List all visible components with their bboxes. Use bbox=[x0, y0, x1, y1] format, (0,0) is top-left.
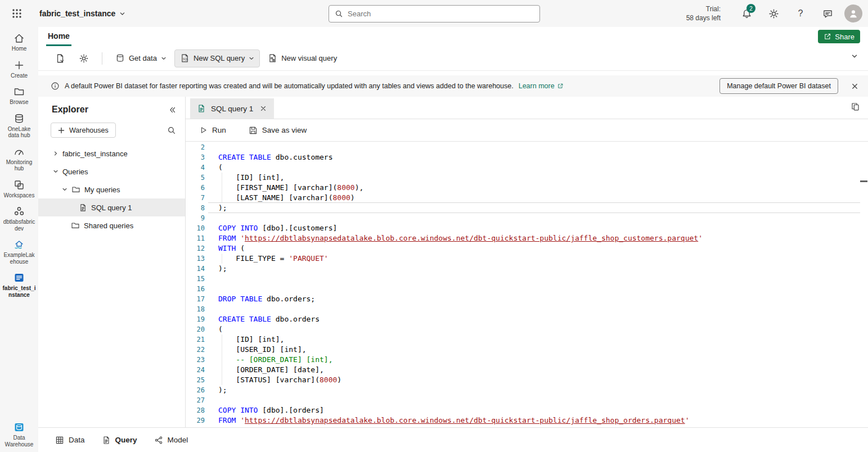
workspaces-icon bbox=[14, 179, 25, 191]
learn-more-label: Learn more bbox=[519, 82, 555, 90]
banner-message: A default Power BI dataset for faster re… bbox=[65, 82, 514, 90]
warehouses-button[interactable]: Warehouses bbox=[51, 123, 116, 138]
nav-workspace-dbtlabsfabricdev[interactable]: dbtlabsfabricdev bbox=[0, 206, 38, 232]
code-line[interactable]: 24 [ORDER_DATE] [date], bbox=[186, 365, 860, 375]
tab-model[interactable]: Model bbox=[154, 436, 188, 445]
nav-home[interactable]: Home bbox=[0, 33, 38, 52]
nav-onelake-data-hub[interactable]: OneLake data hub bbox=[0, 113, 38, 139]
trial-status[interactable]: Trial: 58 days left bbox=[686, 4, 721, 22]
copy-button[interactable] bbox=[851, 102, 860, 111]
code-line[interactable]: 17DROP TABLE dbo.orders; bbox=[186, 294, 860, 304]
share-button[interactable]: Share bbox=[818, 30, 860, 43]
code-line[interactable]: 12WITH ( bbox=[186, 243, 860, 254]
ribbon-collapse-button[interactable] bbox=[851, 53, 858, 60]
code-line[interactable]: 29FROM 'https://dbtlabsynapsedatalake.bl… bbox=[186, 415, 860, 426]
editor-tab-sql-query-1[interactable]: SQL query 1 bbox=[190, 98, 274, 119]
code-line[interactable]: 18 bbox=[186, 304, 860, 314]
query-editor: SQL query 1 Run Save as view 23CREATE TA… bbox=[186, 97, 868, 427]
feedback-button[interactable] bbox=[814, 0, 841, 27]
plus-icon bbox=[58, 127, 65, 134]
explorer-search-button[interactable] bbox=[167, 126, 176, 135]
app-launcher-button[interactable] bbox=[3, 0, 30, 27]
line-number: 27 bbox=[186, 395, 205, 405]
get-data-button[interactable]: Get data bbox=[110, 49, 172, 67]
grid-icon bbox=[55, 436, 64, 445]
code-line[interactable]: 2 bbox=[186, 142, 860, 152]
external-link-icon bbox=[557, 83, 564, 89]
code-line[interactable]: 20( bbox=[186, 324, 860, 335]
code-line[interactable]: 13 FILE_TYPE = 'PARQUET' bbox=[186, 254, 860, 264]
code-line[interactable]: 22 [USER_ID] [int], bbox=[186, 345, 860, 355]
sql-file-button[interactable] bbox=[50, 49, 71, 67]
code-line[interactable]: 19CREATE TABLE dbo.orders bbox=[186, 314, 860, 324]
data-warehouse-icon bbox=[14, 422, 25, 433]
search-input[interactable] bbox=[348, 10, 534, 18]
code-line[interactable]: 28COPY INTO [dbo].[orders] bbox=[186, 405, 860, 415]
nav-workspaces[interactable]: Workspaces bbox=[0, 179, 38, 199]
new-sql-query-button[interactable]: SQL New SQL query bbox=[174, 49, 260, 67]
code-line[interactable]: 9 bbox=[186, 213, 860, 223]
code-line[interactable]: 5 [ID] [int], bbox=[186, 173, 860, 183]
waffle-icon bbox=[12, 8, 22, 19]
code-line[interactable]: 6 [FIRST_NAME] [varchar](8000), bbox=[186, 183, 860, 193]
code-line[interactable]: 7 [LAST_NAME] [varchar](8000) bbox=[186, 193, 860, 203]
run-button[interactable]: Run bbox=[195, 124, 231, 137]
line-number: 23 bbox=[186, 355, 205, 365]
close-tab-button[interactable] bbox=[258, 103, 268, 114]
code-lines[interactable]: 23CREATE TABLE dbo.customers4(5 [ID] [in… bbox=[186, 142, 860, 427]
code-line[interactable]: 14); bbox=[186, 264, 860, 274]
nav-browse[interactable]: Browse bbox=[0, 86, 38, 106]
indent-guide bbox=[222, 173, 222, 183]
code-text: ); bbox=[205, 203, 227, 213]
query-settings-button[interactable] bbox=[73, 49, 95, 67]
tree-item-my-queries[interactable]: My queries bbox=[38, 180, 185, 198]
code-text: [ID] [int], bbox=[205, 335, 284, 345]
get-data-label: Get data bbox=[129, 54, 157, 62]
ribbon-tab-row: Home Share bbox=[38, 27, 868, 46]
learn-more-link[interactable]: Learn more bbox=[519, 82, 564, 90]
code-line[interactable]: 15 bbox=[186, 274, 860, 284]
chevron-down-icon bbox=[62, 187, 68, 192]
code-line[interactable]: 25 [STATUS] [varchar](8000) bbox=[186, 375, 860, 385]
tab-data[interactable]: Data bbox=[55, 436, 85, 445]
collapse-panel-button[interactable] bbox=[169, 106, 176, 114]
settings-button[interactable] bbox=[760, 0, 787, 27]
tree-item-sql-query-1[interactable]: SQL query 1 bbox=[38, 198, 185, 216]
code-line[interactable]: 11FROM 'https://dbtlabsynapsedatalake.bl… bbox=[186, 233, 860, 243]
help-button[interactable]: ? bbox=[787, 0, 814, 27]
tab-home[interactable]: Home bbox=[46, 27, 71, 46]
banner-close-button[interactable] bbox=[843, 75, 866, 97]
tree-item-queries[interactable]: Queries bbox=[38, 162, 185, 180]
nav-label: Workspaces bbox=[4, 192, 35, 199]
code-line[interactable]: 16 bbox=[186, 284, 860, 294]
workspace-switcher[interactable]: fabric_test_instance bbox=[39, 9, 125, 18]
avatar[interactable] bbox=[844, 4, 862, 22]
nav-data-warehouse[interactable]: Data Warehouse bbox=[0, 422, 38, 448]
notifications-button[interactable]: 2 bbox=[733, 0, 760, 27]
tree-item-warehouse[interactable]: fabric_test_instance bbox=[38, 144, 185, 162]
code-line[interactable]: 21 [ID] [int], bbox=[186, 335, 860, 345]
line-number: 17 bbox=[186, 294, 205, 304]
code-line[interactable]: 27 bbox=[186, 395, 860, 405]
nav-item-examplelakehouse[interactable]: ExampleLakehouse bbox=[0, 239, 38, 265]
folder-icon bbox=[71, 221, 80, 230]
save-as-view-button[interactable]: Save as view bbox=[244, 124, 312, 137]
tree-item-shared-queries[interactable]: Shared queries bbox=[38, 216, 185, 234]
plus-icon bbox=[14, 60, 25, 71]
code-line[interactable]: 4( bbox=[186, 162, 860, 173]
code-text bbox=[205, 213, 218, 223]
tab-query[interactable]: Query bbox=[102, 436, 137, 445]
code-line[interactable]: 3CREATE TABLE dbo.customers bbox=[186, 152, 860, 162]
code-line[interactable]: 23 -- [ORDER_DATE] [int], bbox=[186, 355, 860, 365]
chevron-right-icon bbox=[53, 151, 59, 156]
new-visual-query-button[interactable]: New visual query bbox=[262, 49, 343, 67]
new-sql-query-label: New SQL query bbox=[194, 54, 245, 62]
nav-monitoring-hub[interactable]: Monitoring hub bbox=[0, 146, 38, 172]
code-line[interactable]: 10COPY INTO [dbo].[customers] bbox=[186, 223, 860, 233]
code-line[interactable]: 8); bbox=[186, 203, 860, 213]
line-number: 7 bbox=[186, 193, 205, 203]
code-line[interactable]: 26); bbox=[186, 385, 860, 395]
nav-create[interactable]: Create bbox=[0, 60, 38, 79]
manage-dataset-button[interactable]: Manage default Power BI dataset bbox=[719, 78, 838, 94]
nav-item-fabric-test-instance[interactable]: fabric_test_instance bbox=[0, 272, 38, 298]
